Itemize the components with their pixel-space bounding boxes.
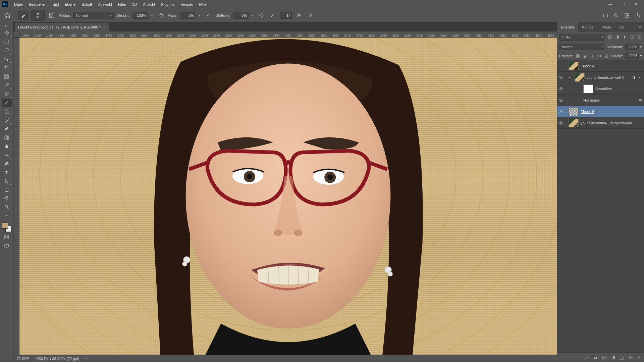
- share-icon[interactable]: [634, 12, 641, 19]
- color-swatches[interactable]: [2, 223, 11, 232]
- visibility-toggle[interactable]: [558, 110, 565, 114]
- zoom-level[interactable]: 72,62%: [17, 357, 29, 361]
- stamp-tool[interactable]: [2, 107, 12, 115]
- tab-pfade[interactable]: Pfade: [597, 22, 615, 32]
- zoom-tool[interactable]: [2, 203, 12, 211]
- menu-bild[interactable]: Bild: [50, 1, 61, 7]
- filter-pixel-icon[interactable]: [607, 35, 612, 40]
- edit-toolbar[interactable]: ⋯: [2, 212, 12, 220]
- visibility-toggle[interactable]: [558, 121, 565, 125]
- menu-auswahl[interactable]: Auswahl: [95, 1, 115, 7]
- tab-ebenen[interactable]: Ebenen: [557, 22, 578, 32]
- layer-row[interactable]: Smartfilter: [557, 83, 644, 95]
- link-layers-icon[interactable]: [584, 355, 590, 360]
- menu-ebene[interactable]: Ebene: [62, 1, 78, 7]
- layer-thumbnail[interactable]: [583, 84, 593, 93]
- layer-filter-type[interactable]: Art: [559, 34, 605, 41]
- visibility-toggle[interactable]: [558, 75, 565, 79]
- layer-thumbnail[interactable]: ⊞: [575, 73, 585, 82]
- smoothing-options-button[interactable]: [257, 11, 266, 20]
- layer-name[interactable]: Hochpass: [583, 98, 636, 102]
- airbrush-button[interactable]: [204, 11, 213, 20]
- gradient-tool[interactable]: [2, 133, 12, 141]
- menu-fenster[interactable]: Fenster: [178, 1, 196, 7]
- close-tab-icon[interactable]: ×: [103, 25, 106, 29]
- dodge-tool[interactable]: [2, 151, 12, 159]
- frame-tool[interactable]: [2, 72, 12, 80]
- group-icon[interactable]: [619, 355, 625, 360]
- layer-row[interactable]: ▾⊞young-beauti...n-wall Kopie◑▾: [557, 72, 644, 83]
- layers-list[interactable]: Ebene 4▾⊞young-beauti...n-wall Kopie◑▾Sm…: [557, 60, 644, 353]
- flow-input[interactable]: 2%: [180, 12, 196, 19]
- home-button[interactable]: [3, 11, 12, 20]
- eraser-tool[interactable]: [2, 125, 12, 133]
- cloud-docs-icon[interactable]: [602, 12, 609, 19]
- menu-schrift[interactable]: Schrift: [79, 1, 95, 7]
- expand-fx-arrow[interactable]: ▾: [639, 76, 643, 79]
- layer-opacity-value[interactable]: 100%: [625, 44, 639, 50]
- hand-tool[interactable]: [2, 194, 12, 202]
- blur-tool[interactable]: [2, 142, 12, 150]
- horizontal-ruler[interactable]: 1350140014501500155016001650170017501800…: [19, 32, 557, 38]
- brush-tool[interactable]: [2, 99, 12, 107]
- workspace-icon[interactable]: [623, 12, 631, 19]
- filter-smart-icon[interactable]: [637, 35, 642, 40]
- collapse-arrows[interactable]: [2, 23, 12, 28]
- panel-menu-icon[interactable]: ≡: [637, 25, 644, 29]
- lock-position-icon[interactable]: [590, 53, 595, 59]
- canvas-viewport[interactable]: [19, 38, 557, 355]
- layer-name[interactable]: young-beautiful-...er-green-wall: [581, 121, 643, 125]
- angle-button[interactable]: [268, 11, 277, 20]
- pen-tool[interactable]: [2, 160, 12, 168]
- layer-row[interactable]: Hochpass⊞: [557, 95, 644, 106]
- filter-badge-icon[interactable]: ◑: [632, 75, 637, 79]
- symmetry-button[interactable]: [306, 11, 315, 20]
- menu-datei[interactable]: Datei: [11, 1, 25, 7]
- lasso-tool[interactable]: [2, 46, 12, 54]
- marquee-tool[interactable]: [2, 38, 12, 46]
- filter-adjust-icon[interactable]: [614, 35, 620, 40]
- opacity-input[interactable]: 100%: [132, 12, 148, 19]
- crop-tool[interactable]: [2, 64, 12, 72]
- pressure-size-button[interactable]: [294, 11, 303, 20]
- menu-ansicht[interactable]: Ansicht: [140, 1, 158, 7]
- menu-3d[interactable]: 3D: [129, 1, 140, 7]
- smoothing-input[interactable]: 0%: [233, 12, 249, 19]
- brush-preset-picker[interactable]: 44: [31, 10, 45, 21]
- tab-kanaele[interactable]: Kanäle: [578, 22, 597, 32]
- shape-tool[interactable]: [2, 186, 12, 194]
- lock-pixels-icon[interactable]: [583, 53, 588, 59]
- document-tab[interactable]: Leucht Effekt.psdc bei 72,6% (Ebene 5, R…: [15, 23, 109, 32]
- layer-thumbnail[interactable]: [569, 107, 579, 116]
- visibility-toggle[interactable]: [558, 98, 565, 102]
- minimize-button[interactable]: —: [604, 1, 616, 8]
- delete-layer-icon[interactable]: [637, 355, 642, 360]
- status-arrow-icon[interactable]: ›: [85, 357, 86, 360]
- eyedropper-tool[interactable]: [2, 81, 12, 89]
- tab-3d[interactable]: 3D: [615, 22, 628, 32]
- move-tool[interactable]: [2, 29, 12, 37]
- tool-preset-picker[interactable]: [18, 11, 29, 20]
- fill-value[interactable]: 100%: [625, 53, 639, 59]
- brush-settings-button[interactable]: [47, 11, 56, 20]
- selection-tool[interactable]: [2, 55, 12, 63]
- angle-input[interactable]: 1°: [280, 12, 292, 19]
- layer-thumbnail[interactable]: ⊞: [569, 119, 579, 127]
- layer-row[interactable]: Ebene 5: [557, 106, 644, 117]
- maximize-button[interactable]: ▢: [617, 1, 629, 8]
- visibility-toggle[interactable]: [558, 87, 565, 91]
- layer-thumbnail[interactable]: [569, 62, 579, 70]
- vertical-ruler[interactable]: [13, 38, 19, 355]
- opacity-pressure-button[interactable]: [156, 11, 165, 20]
- close-button[interactable]: ✕: [630, 1, 642, 8]
- adjustment-layer-icon[interactable]: [610, 355, 616, 360]
- search-icon[interactable]: [612, 12, 620, 19]
- menu-plugins[interactable]: Plug-ins: [158, 1, 177, 7]
- lock-artboard-icon[interactable]: [597, 53, 602, 59]
- foreground-color-swatch[interactable]: [2, 223, 8, 229]
- menu-bearbeiten[interactable]: Bearbeiten: [26, 1, 49, 7]
- type-tool[interactable]: T: [2, 168, 12, 176]
- layer-blend-mode[interactable]: Normal: [559, 44, 604, 50]
- quickmask-button[interactable]: [2, 233, 11, 241]
- menu-filter[interactable]: Filter: [115, 1, 129, 7]
